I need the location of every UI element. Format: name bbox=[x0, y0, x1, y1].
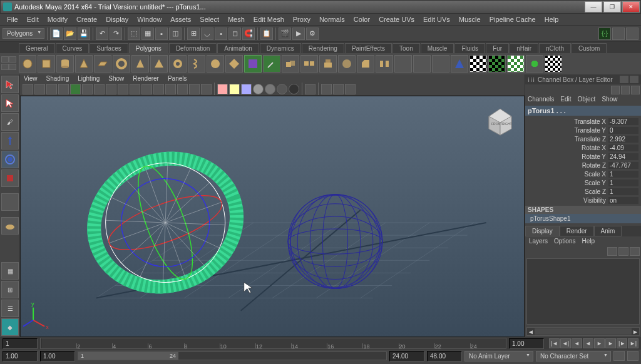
current-frame-field[interactable]: 1 bbox=[3, 338, 38, 349]
pt-2d-pan-icon[interactable] bbox=[58, 84, 69, 94]
prefs-icon[interactable] bbox=[627, 351, 638, 361]
character-set-dropdown[interactable]: No Character Set bbox=[536, 351, 611, 361]
go-end-button[interactable]: ►| bbox=[628, 338, 638, 348]
menu-edit-uvs[interactable]: Edit UVs bbox=[419, 14, 454, 24]
pt-wireframe-icon[interactable] bbox=[153, 84, 164, 94]
shelf-tab-muscle[interactable]: Muscle bbox=[421, 43, 454, 53]
shape-name[interactable]: pTorusShape1 bbox=[525, 214, 641, 223]
poly-pipe-icon[interactable] bbox=[169, 55, 187, 73]
step-fwd-key-button[interactable]: |► bbox=[617, 338, 627, 348]
pt-image-plane-icon[interactable] bbox=[46, 84, 57, 94]
pt-resolution-gate-icon[interactable] bbox=[94, 84, 105, 94]
view-persp-icon[interactable]: ◆ bbox=[1, 318, 19, 336]
pt-grid-icon[interactable] bbox=[70, 84, 81, 94]
cb-menu-edit[interactable]: Edit bbox=[560, 96, 571, 106]
attr-row[interactable]: Scale Z1 bbox=[528, 187, 638, 196]
lasso-tool[interactable] bbox=[1, 94, 19, 112]
panel-menu-view[interactable]: View bbox=[24, 75, 38, 82]
pt-field-chart-icon[interactable] bbox=[118, 84, 128, 94]
shelf-tab-polygons[interactable]: Polygons bbox=[129, 43, 168, 53]
attr-row[interactable]: Rotate Y24.94 bbox=[528, 152, 638, 161]
checker-b-icon[interactable] bbox=[488, 55, 506, 73]
range-slider[interactable]: 124 bbox=[78, 351, 387, 360]
channelbox-object-name[interactable]: pTorus1 . . . bbox=[525, 106, 641, 116]
layers-list[interactable] bbox=[526, 258, 640, 325]
snap-point-icon[interactable]: • bbox=[215, 28, 227, 40]
poly-prism-icon[interactable] bbox=[131, 55, 149, 73]
menu-select[interactable]: Select bbox=[195, 14, 223, 24]
select-object-icon[interactable]: ▦ bbox=[141, 28, 154, 40]
select-tool[interactable] bbox=[1, 76, 19, 93]
shelf-tab-painteffects[interactable]: PaintEffects bbox=[345, 43, 392, 53]
cb-menu-object[interactable]: Object bbox=[578, 96, 596, 106]
select-hierarchy-icon[interactable]: ⬚ bbox=[128, 28, 140, 40]
poly-type-selected-icon[interactable] bbox=[244, 55, 262, 73]
cb-scrollbar[interactable]: ◄► bbox=[526, 327, 640, 336]
pt-bookmark-icon[interactable] bbox=[34, 84, 45, 94]
attr-value[interactable]: 1 bbox=[608, 179, 638, 186]
menu-assets[interactable]: Assets bbox=[166, 14, 195, 24]
pt-lights-icon[interactable] bbox=[189, 84, 200, 94]
panel-menu-panels[interactable]: Panels bbox=[168, 75, 187, 82]
render-settings-icon[interactable]: ⚙ bbox=[306, 28, 319, 40]
select-component-icon[interactable]: ▪ bbox=[155, 28, 168, 40]
viewport-3d[interactable]: x y z FRONT RIGHT bbox=[20, 96, 525, 337]
cb-menu-channels[interactable]: Channels bbox=[528, 96, 554, 106]
attr-row[interactable]: Rotate Z-47.767 bbox=[528, 161, 638, 169]
attr-value[interactable]: -9.307 bbox=[608, 118, 638, 125]
pt-light-b-icon[interactable] bbox=[229, 84, 240, 94]
poly-sphere-icon[interactable] bbox=[19, 55, 36, 73]
pt-film-gate-icon[interactable] bbox=[82, 84, 93, 94]
shelf-tab-surfaces[interactable]: Surfaces bbox=[90, 43, 128, 53]
construction-history-icon[interactable]: 📋 bbox=[260, 28, 273, 40]
poly-helix-icon[interactable] bbox=[188, 55, 205, 73]
render-icon[interactable]: 🎬 bbox=[279, 28, 291, 40]
bevel-icon[interactable] bbox=[357, 55, 374, 73]
bridge-icon[interactable] bbox=[376, 55, 393, 73]
pt-shaded-icon[interactable] bbox=[165, 84, 176, 94]
end-display-field[interactable]: 1.00 bbox=[509, 338, 544, 349]
paint-select-tool[interactable]: 🖌 bbox=[1, 113, 19, 131]
checker-c-icon[interactable] bbox=[507, 55, 525, 73]
pt-light-c-icon[interactable] bbox=[241, 84, 252, 94]
attr-value[interactable]: -4.09 bbox=[608, 144, 638, 151]
layer-tab-display[interactable]: Display bbox=[525, 226, 560, 236]
poly-pyramid-icon[interactable] bbox=[150, 55, 168, 73]
insert-edge-icon[interactable] bbox=[413, 55, 431, 73]
menu-edit[interactable]: Edit bbox=[23, 14, 43, 24]
shelf-tab-toon[interactable]: Toon bbox=[392, 43, 420, 53]
mode-dropdown[interactable]: Polygons bbox=[3, 28, 44, 39]
range-end-outer[interactable]: 48.00 bbox=[427, 351, 462, 361]
menu-display[interactable]: Display bbox=[101, 14, 133, 24]
range-start-inner[interactable]: 1.00 bbox=[40, 351, 75, 361]
snap-live-icon[interactable]: 🧲 bbox=[242, 28, 255, 40]
view-outliner-icon[interactable]: ☰ bbox=[1, 300, 19, 317]
poly-cube-icon[interactable] bbox=[38, 55, 55, 73]
panel-menu-shading[interactable]: Shading bbox=[46, 75, 69, 82]
cb-close-icon[interactable] bbox=[620, 76, 628, 83]
menu-muscle[interactable]: Muscle bbox=[454, 14, 485, 24]
shelf-tab-curves[interactable]: Curves bbox=[56, 43, 90, 53]
poke-icon[interactable] bbox=[451, 55, 468, 73]
shelf-mini-buttons[interactable] bbox=[1, 56, 16, 71]
pt-safe-title-icon[interactable] bbox=[141, 84, 152, 94]
pt-exposure-icon[interactable] bbox=[345, 84, 356, 94]
pt-gate-mask-icon[interactable] bbox=[106, 84, 116, 94]
cb-speed-icon[interactable] bbox=[621, 86, 630, 94]
step-back-button[interactable]: ◄ bbox=[572, 338, 582, 348]
view-four-icon[interactable]: ⊞ bbox=[1, 281, 19, 298]
poly-soccer-icon[interactable] bbox=[207, 55, 224, 73]
step-back-key-button[interactable]: ◄| bbox=[560, 338, 571, 348]
layer-tab-anim[interactable]: Anim bbox=[594, 226, 622, 236]
layer-menu-help[interactable]: Help bbox=[582, 238, 595, 245]
minimize-button[interactable]: — bbox=[585, 1, 602, 13]
undo-icon[interactable]: ↶ bbox=[96, 28, 108, 40]
anim-layer-dropdown[interactable]: No Anim Layer bbox=[464, 351, 533, 361]
attr-row[interactable]: Scale Y1 bbox=[528, 178, 638, 187]
toggle-a-icon[interactable]: {·} bbox=[598, 28, 611, 40]
attr-value[interactable]: 1 bbox=[608, 171, 638, 178]
menu-color[interactable]: Color bbox=[349, 14, 374, 24]
menu-pipeline-cache[interactable]: Pipeline Cache bbox=[485, 14, 540, 24]
layer-del-icon[interactable] bbox=[630, 247, 640, 256]
select-mask-icon[interactable]: ◫ bbox=[169, 28, 182, 40]
